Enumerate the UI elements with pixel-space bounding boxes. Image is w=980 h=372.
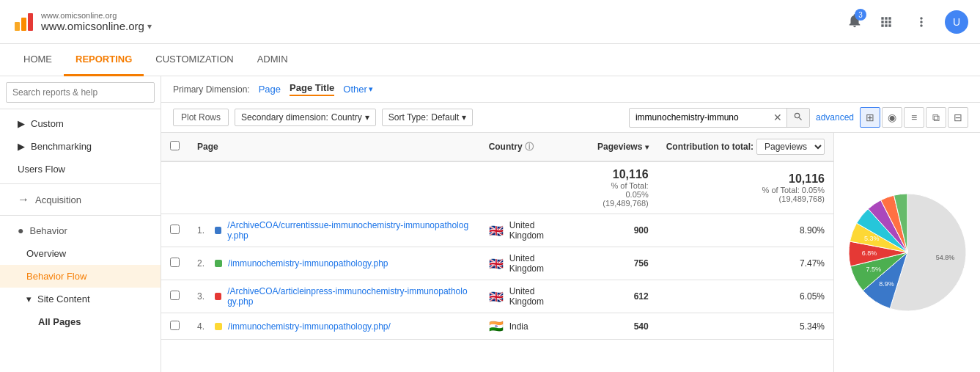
svg-rect-1 (21, 18, 26, 31)
arrow-down-icon: ▾ (26, 293, 32, 304)
primary-dim-label: Primary Dimension: (173, 84, 250, 95)
checkbox-input[interactable] (170, 141, 180, 150)
row-checkbox-cell (161, 313, 188, 340)
table-view-button[interactable]: ⊞ (860, 107, 880, 128)
chevron-down-icon: ▾ (369, 84, 373, 94)
pivot-view-button[interactable]: ⊟ (948, 107, 968, 128)
sidebar-item-behavior[interactable]: ● Behavior (0, 219, 161, 242)
toolbar: Plot Rows Secondary dimension: Country ▾… (161, 103, 980, 133)
page-link[interactable]: /ArchiveCOA/articleinpress-immunochemist… (227, 286, 471, 307)
main-layout: ▶ Custom ▶ Benchmarking Users Flow → Acq… (0, 76, 980, 372)
dim-page-title-link[interactable]: Page Title (290, 82, 334, 96)
row-checkbox[interactable] (170, 225, 180, 234)
total-pageviews: 10,116 (587, 168, 649, 181)
clear-search-button[interactable]: ✕ (769, 109, 786, 126)
plot-rows-button[interactable]: Plot Rows (173, 109, 229, 126)
sidebar-item-label: Acquisition (35, 194, 81, 205)
select-all-checkbox[interactable] (161, 133, 188, 161)
total-pct: % of Total: 0.05% (587, 181, 649, 199)
country-cell: 🇮🇳 India (489, 319, 570, 333)
page-link[interactable]: /immunochemistry-immunopathology.php (228, 258, 388, 269)
row-checkbox[interactable] (170, 258, 180, 267)
user-avatar[interactable]: U (945, 10, 968, 34)
nav-home[interactable]: HOME (12, 44, 64, 76)
table-row: 1. /ArchiveCOA/currentissue-immunochemis… (161, 214, 833, 247)
sort-arrow-icon[interactable]: ▾ (645, 143, 649, 151)
row-contrib-cell: 6.05% (657, 280, 833, 313)
sidebar-item-behavior-flow[interactable]: Behavior Flow (0, 265, 161, 288)
col-pageviews-2: Contribution to total: Pageviews (657, 133, 833, 161)
svg-rect-0 (15, 22, 20, 31)
more-options-button[interactable] (910, 10, 933, 34)
contrib-value: 6.05% (800, 291, 825, 302)
row-contrib-cell: 7.47% (657, 247, 833, 280)
page-link[interactable]: /immunochemistry-immunopathology.php/ (228, 321, 391, 332)
row-page-cell: 1. /ArchiveCOA/currentissue-immunochemis… (188, 214, 480, 247)
search-icon (793, 112, 803, 122)
country-flag-icon: 🇬🇧 (489, 257, 504, 271)
sidebar-search-area (0, 76, 161, 109)
search-button[interactable] (786, 109, 809, 127)
comparison-view-button[interactable]: ⧉ (926, 107, 946, 128)
pie-label: 7.5% (866, 266, 881, 273)
page-link[interactable]: /ArchiveCOA/currentissue-immunochemistry… (227, 220, 471, 241)
table-header-row: Page Country ⓘ Pageviews ▾ (161, 133, 833, 161)
search-box: ✕ (629, 108, 810, 128)
nav-admin[interactable]: ADMIN (246, 44, 300, 76)
sidebar-item-custom[interactable]: ▶ Custom (0, 112, 161, 135)
acquisition-icon: → (18, 193, 29, 206)
sidebar-item-label: Behavior Flow (26, 271, 86, 282)
sort-type-select[interactable]: Sort Type: Default ▾ (382, 109, 474, 126)
country-cell: 🇬🇧 United Kingdom (489, 220, 570, 241)
sidebar-item-benchmarking[interactable]: ▶ Benchmarking (0, 135, 161, 158)
dim-page-link[interactable]: Page (259, 84, 281, 95)
totals-contrib-cell: 10,116 % of Total: 0.05% (19,489,768) (657, 161, 833, 214)
totals-checkbox-cell (161, 161, 188, 214)
bar-view-button[interactable]: ≡ (904, 107, 924, 128)
view-buttons: ⊞ ◉ ≡ ⧉ ⊟ (860, 107, 968, 128)
sidebar-item-label: Benchmarking (31, 141, 92, 152)
totals-page-cell (188, 161, 480, 214)
logo-domain: www.omicsonline.org (41, 11, 152, 20)
sidebar-item-label: Users Flow (18, 164, 65, 175)
pageviews-value: 756 (634, 258, 649, 269)
logo-area: www.omicsonline.org www.omicsonline.org … (12, 10, 847, 34)
notif-badge: 3 (855, 9, 866, 21)
info-icon[interactable]: ⓘ (525, 142, 534, 152)
page-color-indicator (215, 227, 221, 234)
sidebar-item-overview[interactable]: Overview (0, 242, 161, 265)
pie-view-button[interactable]: ◉ (882, 107, 902, 128)
row-num: 3. (197, 291, 212, 302)
nav-customization[interactable]: CUSTOMIZATION (144, 44, 245, 76)
row-country-cell: 🇬🇧 United Kingdom (480, 280, 578, 313)
nav-bar: HOME REPORTING CUSTOMIZATION ADMIN (0, 44, 980, 76)
country-name: United Kingdom (509, 253, 570, 274)
row-pageviews-cell: 900 (578, 214, 657, 247)
secondary-dimension-select[interactable]: Secondary dimension: Country ▾ (235, 109, 376, 126)
pie-label: 8.9% (879, 280, 894, 288)
ga-logo-icon (12, 10, 35, 34)
sidebar-item-label: Site Content (37, 293, 90, 304)
dim-other-dropdown[interactable]: Other ▾ (343, 84, 373, 95)
sidebar-item-acquisition[interactable]: → Acquisition (0, 187, 161, 212)
notification-button[interactable]: 3 (847, 12, 863, 31)
nav-reporting[interactable]: REPORTING (64, 44, 144, 76)
sort-type-label: Sort Type: (388, 112, 428, 123)
contrib-select[interactable]: Pageviews (756, 139, 825, 155)
logo-dropdown-arrow[interactable]: ▾ (147, 21, 152, 32)
divider (0, 183, 161, 184)
total-denom2: (19,489,768) (666, 194, 825, 203)
sidebar-item-site-content[interactable]: ▾ Site Content (0, 288, 161, 310)
filter-input[interactable] (630, 109, 769, 125)
chevron-down-icon: ▾ (365, 112, 369, 123)
behavior-icon: ● (18, 225, 23, 236)
search-input[interactable] (6, 82, 155, 103)
sidebar-item-all-pages[interactable]: All Pages (0, 310, 161, 333)
sidebar-item-users-flow[interactable]: Users Flow (0, 158, 161, 180)
row-checkbox[interactable] (170, 291, 180, 300)
logo-domain-main: www.omicsonline.org (41, 20, 144, 32)
advanced-link[interactable]: advanced (816, 112, 854, 123)
row-checkbox[interactable] (170, 321, 180, 330)
apps-icon (879, 15, 894, 29)
apps-button[interactable] (874, 10, 898, 34)
